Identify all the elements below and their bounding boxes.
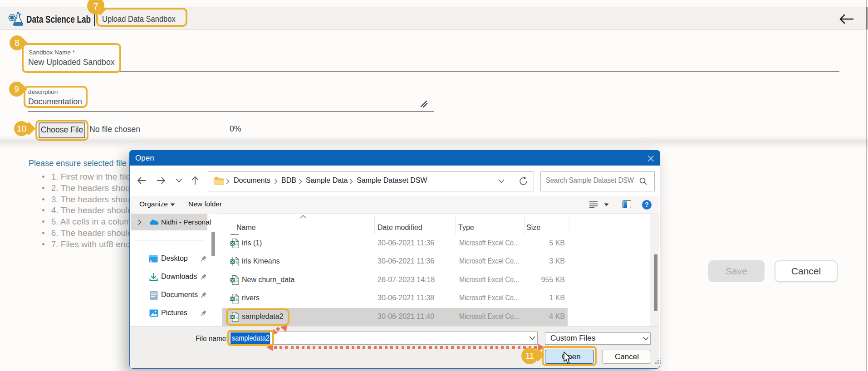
svg-text:a: a — [235, 297, 238, 302]
svg-text:a: a — [235, 278, 238, 283]
svg-text:a: a — [235, 259, 238, 264]
svg-text:a: a — [235, 241, 238, 246]
